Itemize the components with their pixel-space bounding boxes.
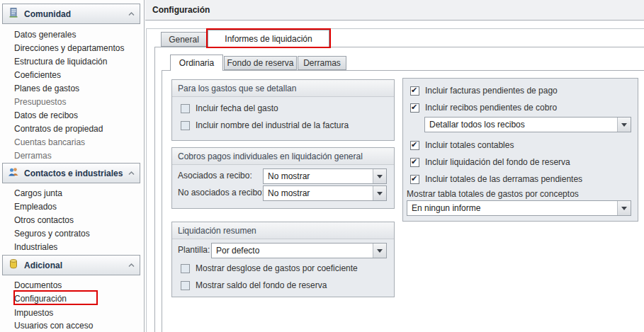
field-label: No asociados a recibo: [178,188,264,198]
tab-informes-liquidacion[interactable]: Informes de liquidación [208,30,329,47]
sidebar-item-datos-generales[interactable]: Datos generales [14,29,76,41]
dropdown-mostrar-tabla-totales[interactable]: En ningun informe [407,200,631,216]
groupbox-title: Liquidación resumen [172,222,394,239]
field-label: Plantilla: [178,245,210,255]
checkbox-label: Incluir liquidación del fondo de reserva [425,157,570,167]
sidebar-item-cuentas-bancarias[interactable]: Cuentas bancarias [14,137,85,149]
dropdown-plantilla[interactable]: Por defecto [211,243,387,258]
dropdown-value: No mostrar [264,186,373,200]
checkbox-label: Incluir totales contables [425,140,514,150]
checkbox-row: Incluir totales contables [410,140,514,150]
sidebar-section-label: Adicional [24,261,62,270]
tab-derramas[interactable]: Derramas [298,56,346,70]
checkbox-mostrar-saldo-fondo[interactable] [181,281,190,290]
checkbox-row: Incluir nombre del industrial de la fact… [181,120,349,130]
checkbox-incluir-totales-contables[interactable] [410,141,419,150]
checkbox-incluir-nombre-industrial[interactable] [181,121,190,130]
sidebar-item-cargos-junta[interactable]: Cargos junta [14,188,62,200]
checkbox-incluir-fecha-gasto[interactable] [181,104,190,113]
tab-general[interactable]: General [161,32,207,47]
chevron-up-icon [128,263,135,268]
sidebar-item-configuracion[interactable]: Configuración [14,293,67,305]
sidebar-section-label: Comunidad [24,9,71,19]
checkbox-row: Incluir fecha del gasto [181,103,278,113]
checkbox-incluir-totales-derramas[interactable] [410,175,419,184]
sidebar-section-label: Contactos e industriales [24,168,123,178]
checkbox-label: Mostrar saldo del fondo de reserva [196,280,327,290]
sidebar: Comunidad Datos generales Direcciones y … [0,0,145,332]
field-label-row: Asociados a recibo: [178,171,252,181]
checkbox-incluir-recibos-pendientes[interactable] [410,103,419,113]
sidebar-item-seguros-contratos[interactable]: Seguros y contratos [14,228,90,240]
checkbox-incluir-facturas-pendientes[interactable] [410,86,419,96]
checkbox-label: Incluir facturas pendientes de pago [425,86,558,96]
dropdown-value: Detallar todos los recibos [425,118,617,132]
checkbox-row: Incluir recibos pendientes de cobro [410,103,557,113]
sidebar-item-direcciones[interactable]: Direcciones y departamentos [14,42,124,55]
checkbox-row: Mostrar desglose de gastos por coeficien… [181,263,358,273]
checkbox-label: Mostrar desglose de gastos por coeficien… [196,263,358,273]
dropdown-arrow-icon [617,201,631,215]
tab-ordinaria[interactable]: Ordinaria [170,55,223,71]
checkbox-incluir-liquidacion-fondo[interactable] [410,158,419,167]
sidebar-item-documentos[interactable]: Documentos [14,280,62,292]
dropdown-arrow-icon [373,169,386,183]
field-label-row: Mostrar tabla totales de gastos por conc… [407,189,579,199]
page-header: Configuración [145,0,644,21]
checkbox-mostrar-desglose[interactable] [181,264,190,273]
groupbox-title: Para los gastos que se detallan [172,80,394,97]
sidebar-section-contactos[interactable]: Contactos e industriales [2,163,140,183]
chevron-up-icon [128,12,135,16]
checkbox-row: Incluir liquidación del fondo de reserva [410,157,570,167]
sidebar-item-estructura-liquidacion[interactable]: Estructura de liquidación [14,56,107,68]
checkbox-label: Incluir fecha del gasto [196,103,278,113]
checkbox-label: Incluir totales de las derramas pendient… [425,174,582,184]
dropdown-no-asociados-recibo[interactable]: No mostrar [263,185,387,201]
checkbox-label: Incluir nombre del industrial de la fact… [196,120,349,130]
dropdown-arrow-icon [373,244,386,258]
sidebar-item-industriales[interactable]: Industriales [14,241,57,253]
dropdown-asociados-recibo[interactable]: No mostrar [263,168,387,184]
dropdown-arrow-icon [617,118,631,132]
database-icon [8,258,19,272]
dropdown-value: En ningun informe [407,201,617,215]
sidebar-item-presupuestos[interactable]: Presupuestos [14,96,66,108]
app-window: Comunidad Datos generales Direcciones y … [0,0,644,332]
groupbox-liquidacion-resumen: Liquidación resumen Plantilla: Por defec… [171,222,395,297]
field-label-row: Plantilla: [178,245,210,255]
dropdown-value: Por defecto [212,244,373,258]
sidebar-item-impuestos[interactable]: Impuestos [14,307,53,319]
groupbox-cobros-pagos: Cobros pagos individuales en liquidación… [171,147,395,209]
dropdown-detallar-recibos[interactable]: Detallar todos los recibos [424,117,631,132]
checkbox-row: Incluir facturas pendientes de pago [410,86,558,96]
groupbox-title: Cobros pagos individuales en liquidación… [172,148,394,165]
sidebar-item-usuarios-acceso[interactable]: Usuarios con acceso [14,320,93,332]
sidebar-item-contratos-propiedad[interactable]: Contratos de propiedad [14,123,103,135]
sidebar-section-comunidad[interactable]: Comunidad [2,4,140,24]
checkbox-row: Mostrar saldo del fondo de reserva [181,280,327,290]
sidebar-item-coeficientes[interactable]: Coeficientes [14,69,61,81]
dropdown-value: No mostrar [264,169,373,183]
dropdown-arrow-icon [373,186,386,200]
sidebar-item-empleados[interactable]: Empleados [14,201,57,213]
groupbox-gastos-detallan: Para los gastos que se detallan Incluir … [171,79,395,141]
checkbox-label: Incluir recibos pendientes de cobro [425,103,557,113]
groupbox-incluir-informes: Incluir facturas pendientes de pago Incl… [402,78,638,222]
sidebar-section-adicional[interactable]: Adicional [2,255,140,275]
sidebar-item-derramas[interactable]: Derramas [14,150,52,162]
field-label: Mostrar tabla totales de gastos por conc… [407,189,579,199]
building-icon [8,7,19,21]
sidebar-item-planes-gastos[interactable]: Planes de gastos [14,83,79,95]
sidebar-item-datos-recibos[interactable]: Datos de recibos [14,110,78,122]
page-title: Configuración [152,5,210,15]
chevron-up-icon [128,171,135,176]
sidebar-item-otros-contactos[interactable]: Otros contactos [14,214,74,227]
checkbox-row: Incluir totales de las derramas pendient… [410,174,582,184]
field-label: Asociados a recibo: [178,171,252,181]
tab-fondo-de-reserva[interactable]: Fondo de reserva [224,56,297,70]
people-icon [8,166,19,180]
field-label-row: No asociados a recibo: [178,188,264,198]
